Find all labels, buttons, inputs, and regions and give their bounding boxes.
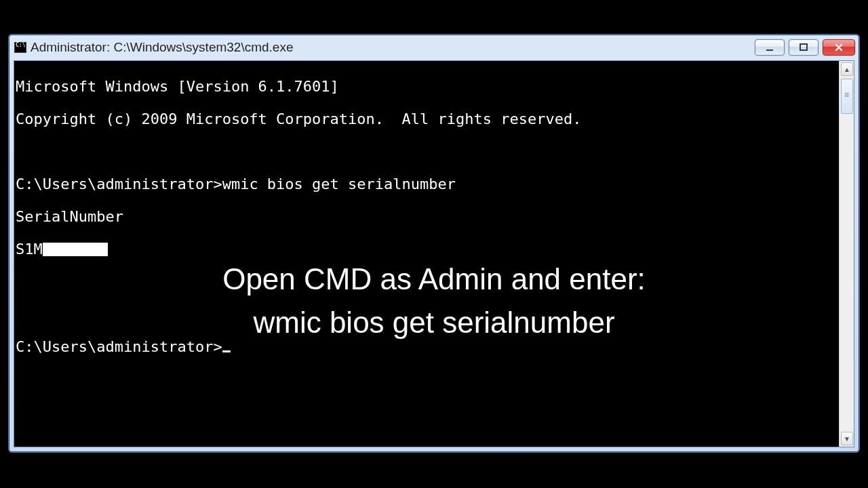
window-controls xyxy=(755,39,855,56)
banner-version: Microsoft Windows [Version 6.1.7601] xyxy=(16,79,837,95)
scroll-up-arrow-icon[interactable]: ▲ xyxy=(841,62,853,76)
console-output[interactable]: Microsoft Windows [Version 6.1.7601] Cop… xyxy=(14,61,839,447)
cmd-icon xyxy=(14,42,26,53)
minimize-button[interactable] xyxy=(755,39,785,56)
prompt-1: C:\Users\administrator> xyxy=(16,176,222,192)
scroll-thumb[interactable] xyxy=(841,79,853,114)
prompt-line-2: C:\Users\administrator> xyxy=(16,339,837,355)
maximize-button[interactable] xyxy=(789,39,818,56)
vertical-scrollbar[interactable]: ▲ ▼ xyxy=(839,61,854,447)
serial-redacted xyxy=(43,243,108,256)
serial-visible-part: S1M xyxy=(16,241,43,258)
close-button[interactable] xyxy=(823,39,855,56)
cursor-icon xyxy=(222,350,231,352)
output-serial: S1M xyxy=(16,241,837,258)
window-title: Administrator: C:\Windows\system32\cmd.e… xyxy=(31,40,755,55)
titlebar[interactable]: Administrator: C:\Windows\system32\cmd.e… xyxy=(9,35,859,60)
output-header: SerialNumber xyxy=(16,209,837,225)
blank-line xyxy=(16,274,837,290)
svg-rect-0 xyxy=(800,44,807,50)
cmd-window: Administrator: C:\Windows\system32\cmd.e… xyxy=(8,34,860,453)
scroll-down-arrow-icon[interactable]: ▼ xyxy=(841,432,853,445)
blank-line xyxy=(16,144,837,160)
command-line-1: C:\Users\administrator>wmic bios get ser… xyxy=(16,176,837,192)
client-area: Microsoft Windows [Version 6.1.7601] Cop… xyxy=(14,60,854,447)
command-1: wmic bios get serialnumber xyxy=(222,176,456,192)
blank-line xyxy=(16,306,837,323)
prompt-2: C:\Users\administrator> xyxy=(16,338,222,355)
banner-copyright: Copyright (c) 2009 Microsoft Corporation… xyxy=(16,111,837,127)
